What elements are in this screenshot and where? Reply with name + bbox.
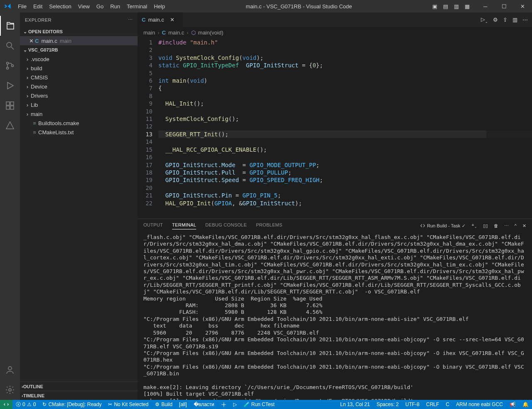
svg-rect-7	[10, 106, 14, 109]
svg-rect-6	[6, 106, 10, 109]
close-window-button[interactable]: ✕	[513, 0, 532, 12]
split-editor-icon[interactable]: ▥	[512, 17, 517, 23]
run-debug-tab-icon[interactable]	[0, 76, 20, 96]
vscode-logo-icon	[0, 3, 15, 10]
file-item[interactable]: ≡CMakeLists.txt	[20, 128, 138, 137]
search-tab-icon[interactable]	[0, 36, 20, 56]
editor-more-icon[interactable]: ⋯	[522, 17, 528, 23]
minimap[interactable]	[486, 38, 532, 219]
minimize-button[interactable]: ─	[476, 0, 495, 12]
build-target[interactable]: [all]	[176, 400, 190, 409]
panel-tab-problems[interactable]: PROBLEMS	[256, 222, 283, 229]
debug-button[interactable]: �власти	[190, 400, 218, 409]
timeline-section[interactable]: ›TIMELINE	[20, 391, 138, 400]
svg-rect-4	[6, 102, 10, 105]
window-title: main.c - VSC_G071RB - Visual Studio Code	[168, 3, 429, 10]
activity-bar	[0, 12, 20, 400]
panel-more-icon[interactable]: ⋯	[504, 223, 509, 229]
split-terminal-icon[interactable]: ▯▯	[483, 223, 488, 229]
layout-controls: ▣ ▤ ▥ ▦	[429, 3, 476, 10]
svg-point-10	[223, 404, 224, 405]
menu-edit[interactable]: Edit	[30, 0, 46, 12]
extensions-tab-icon[interactable]	[0, 96, 20, 116]
editor-tabs: C main.c ✕ ▷⌄ ⚙ ⇪ ▥ ⋯	[138, 12, 532, 27]
folder-item[interactable]: ›Device	[20, 82, 138, 91]
menu-selection[interactable]: Selection	[46, 0, 74, 12]
feedback-icon[interactable]: 📢	[506, 400, 519, 409]
kit-status[interactable]: ✂ No Kit Selected	[105, 400, 152, 409]
terminal-output[interactable]: _flash.c.obj" "CMakeFiles/VSC_G071RB.elf…	[138, 232, 532, 400]
bottom-panel: OUTPUTTERMINALDEBUG CONSOLEPROBLEMS Run …	[138, 219, 532, 400]
menu-file[interactable]: File	[15, 0, 30, 12]
open-editor-item[interactable]: ✕ C main.c main	[20, 36, 138, 45]
language-mode[interactable]: C	[443, 400, 453, 409]
explorer-tab-icon[interactable]	[0, 16, 20, 36]
svg-rect-5	[10, 102, 14, 105]
cmake-tab-icon[interactable]	[0, 116, 20, 136]
menu-run[interactable]: Run	[107, 0, 123, 12]
compiler-status[interactable]: ARM none eabi GCC	[453, 400, 506, 409]
project-section[interactable]: ⌄VSC_G071RB	[20, 45, 138, 54]
encoding-status[interactable]: UTF-8	[402, 400, 423, 409]
panel-tabs: OUTPUTTERMINALDEBUG CONSOLEPROBLEMS Run …	[138, 219, 532, 232]
menu-help[interactable]: Help	[150, 0, 168, 12]
code-editor[interactable]: 12345678910111213141516171819202122 #inc…	[138, 38, 532, 219]
cursor-position[interactable]: Ln 13, Col 21	[337, 400, 373, 409]
explorer-header: EXPLORER ⋯	[20, 12, 138, 27]
folder-item[interactable]: ›.vscode	[20, 54, 138, 64]
explorer-more-icon[interactable]: ⋯	[128, 17, 133, 22]
file-item[interactable]: ≡Buildtools.cmake	[20, 118, 138, 128]
settings-gear-icon[interactable]	[0, 380, 20, 400]
cmake-status[interactable]: ↻ CMake: [Debug]: Ready	[39, 400, 105, 409]
debug-icon[interactable]	[218, 400, 230, 409]
panel-tab-output[interactable]: OUTPUT	[143, 222, 163, 229]
titlebar: FileEditSelectionViewGoRunTerminalHelp m…	[0, 0, 532, 12]
folder-item[interactable]: ›Lib	[20, 100, 138, 109]
toggle-panel-icon[interactable]: ▤	[440, 3, 451, 10]
source-control-tab-icon[interactable]	[0, 56, 20, 76]
accounts-icon[interactable]	[0, 360, 20, 380]
notifications-icon[interactable]: 🔔	[519, 400, 532, 409]
menu-terminal[interactable]: Terminal	[123, 0, 150, 12]
open-editors-section[interactable]: ⌄OPEN EDITORS	[20, 27, 138, 36]
compare-icon[interactable]: ⇪	[503, 17, 507, 23]
ctest-button[interactable]: 🧪 Run CTest	[240, 400, 278, 409]
folder-item[interactable]: ›Drivers	[20, 91, 138, 100]
close-tab-icon[interactable]: ✕	[170, 17, 175, 23]
breadcrumb[interactable]: main› C main.c› ⬡ main(void)	[138, 27, 532, 38]
editor-area: C main.c ✕ ▷⌄ ⚙ ⇪ ▥ ⋯ main› C main.c› ⬡ …	[138, 12, 532, 400]
run-dropdown-icon[interactable]: ▷⌄	[481, 16, 488, 24]
folder-item[interactable]: ›CMSIS	[20, 73, 138, 82]
folder-item[interactable]: ›main	[20, 109, 138, 118]
customize-layout-icon[interactable]: ▦	[462, 3, 473, 10]
folder-item[interactable]: ›build	[20, 64, 138, 73]
menu-go[interactable]: Go	[93, 0, 107, 12]
eol-status[interactable]: CRLF	[423, 400, 442, 409]
symbol-method-icon: ⬡	[191, 30, 196, 36]
c-file-icon: C	[142, 17, 145, 23]
explorer-sidebar: EXPLORER ⋯ ⌄OPEN EDITORS ✕ C main.c main…	[20, 12, 138, 400]
maximize-button[interactable]: ☐	[495, 0, 513, 12]
remote-indicator[interactable]	[0, 400, 12, 409]
editor-tab[interactable]: C main.c ✕	[138, 12, 183, 27]
toggle-primary-sidebar-icon[interactable]: ▣	[429, 3, 440, 10]
maximize-panel-icon[interactable]: ^	[515, 223, 517, 228]
kill-terminal-icon[interactable]: 🗑	[494, 223, 498, 228]
problems-status[interactable]: ⓧ 0 ⚠ 0	[12, 400, 39, 409]
panel-tab-debug-console[interactable]: DEBUG CONSOLE	[205, 222, 247, 229]
svg-point-8	[8, 367, 12, 370]
svg-point-2	[7, 67, 9, 69]
close-panel-icon[interactable]: ✕	[522, 223, 526, 229]
new-terminal-icon[interactable]: +⌄	[471, 222, 477, 229]
terminal-task-label[interactable]: Run Build - Task ✓	[420, 223, 466, 229]
run-icon[interactable]: ▷	[230, 400, 240, 409]
menu-view[interactable]: View	[75, 0, 93, 12]
build-button[interactable]: ⚙ Build	[152, 400, 176, 409]
close-editor-icon[interactable]: ✕	[27, 38, 35, 44]
toggle-secondary-sidebar-icon[interactable]: ▥	[451, 3, 462, 10]
editor-settings-icon[interactable]: ⚙	[493, 17, 498, 23]
indentation-status[interactable]: Spaces: 2	[373, 400, 402, 409]
svg-point-0	[7, 42, 12, 47]
panel-tab-terminal[interactable]: TERMINAL	[172, 222, 196, 229]
outline-section[interactable]: ›OUTLINE	[20, 382, 138, 391]
